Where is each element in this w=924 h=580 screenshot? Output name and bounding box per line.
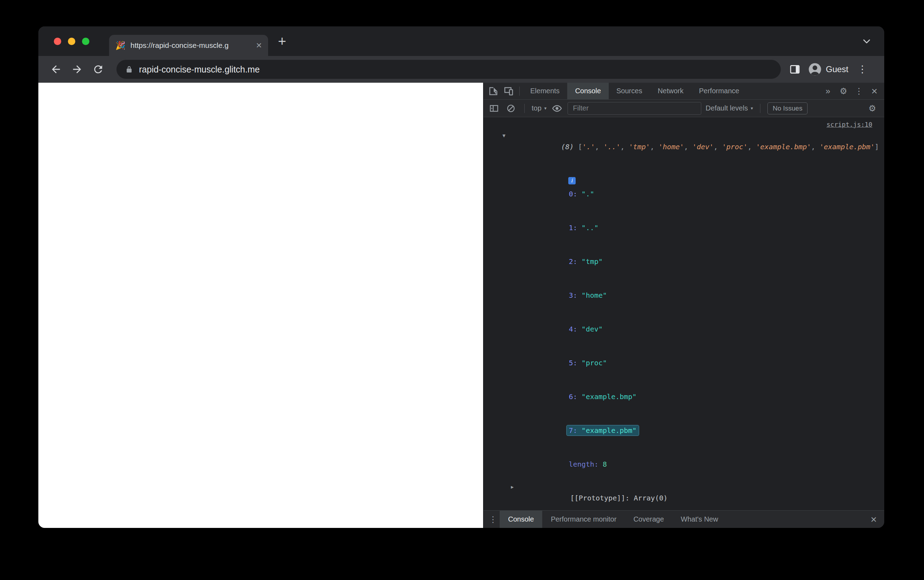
array-entry-row: 5:"proc" <box>483 346 884 380</box>
array-preview-row: ▼(8) ['.', '..', 'tmp', 'home', 'dev', '… <box>483 130 884 164</box>
array-entry-row-selected: 7:"example.pbm" <box>483 414 884 447</box>
devtools-panel: Elements Console Sources Network Perform… <box>483 83 884 528</box>
entry-key: 0: <box>569 190 577 198</box>
entry-value: "example.pbm" <box>582 426 637 435</box>
forward-icon[interactable] <box>69 61 85 78</box>
entry-key: 5: <box>569 359 577 367</box>
evaluated-info-row: i <box>483 165 884 175</box>
new-tab-button[interactable]: + <box>278 34 286 48</box>
entry-value: "." <box>582 190 594 198</box>
caret-down-icon[interactable]: ▼ <box>503 130 505 141</box>
log-levels-dropdown[interactable]: Default levels ▾ <box>705 104 753 112</box>
array-count: (8) <box>561 143 574 151</box>
tab-elements[interactable]: Elements <box>523 83 567 99</box>
entry-value: "tmp" <box>582 257 603 266</box>
drawer-menu-kebab-icon[interactable]: ⋮ <box>486 511 500 528</box>
zoom-window-button[interactable] <box>82 38 89 45</box>
preview-item: '.' <box>582 143 595 151</box>
tab-console[interactable]: Console <box>567 83 608 99</box>
tab-favicon-emoji: 🎉 <box>115 41 126 50</box>
side-panel-icon[interactable] <box>786 61 803 78</box>
drawer-tab-whats-new[interactable]: What's New <box>672 511 727 528</box>
console-output: script.js:10 ▼(8) ['.', '..', 'tmp', 'ho… <box>483 117 884 510</box>
selected-entry-highlight[interactable]: 7:"example.pbm" <box>567 425 639 435</box>
entry-key: 4: <box>569 325 577 333</box>
context-selector-label: top <box>532 104 541 112</box>
profile-name-label: Guest <box>826 64 848 74</box>
clear-console-icon[interactable] <box>505 104 517 113</box>
more-tabs-icon[interactable]: » <box>820 83 836 99</box>
preview-item: '..' <box>603 143 620 151</box>
drawer-tab-performance-monitor[interactable]: Performance monitor <box>542 511 625 528</box>
length-key: length: <box>569 460 598 468</box>
close-window-button[interactable] <box>54 38 61 45</box>
entry-value: "proc" <box>582 359 607 367</box>
devtools-drawer: ⋮ Console Performance monitor Coverage W… <box>483 510 884 528</box>
inspect-element-icon[interactable] <box>485 83 501 99</box>
device-toolbar-icon[interactable] <box>501 83 516 99</box>
source-location-link[interactable]: script.js:10 <box>827 121 872 128</box>
tab-performance[interactable]: Performance <box>691 83 747 99</box>
console-filter-input[interactable] <box>567 102 701 115</box>
content-area: Elements Console Sources Network Perform… <box>38 83 884 528</box>
entry-key: 7: <box>569 426 577 435</box>
entry-value: "home" <box>582 291 607 300</box>
array-entry-row: 0:"." <box>483 177 884 211</box>
bracket-open: [ <box>578 143 582 151</box>
entry-key: 6: <box>569 392 577 401</box>
toolbar-separator <box>520 87 520 96</box>
toolbar-separator <box>524 104 524 113</box>
live-expression-eye-icon[interactable] <box>551 103 563 114</box>
console-settings-gear-icon[interactable]: ⚙ <box>865 104 880 113</box>
browser-menu-kebab-icon[interactable]: ⋮ <box>854 61 871 78</box>
devtools-close-icon[interactable]: × <box>866 83 882 99</box>
array-entry-row: 6:"example.bmp" <box>483 380 884 414</box>
entry-key: 2: <box>569 257 577 266</box>
reload-icon[interactable] <box>90 61 107 78</box>
drawer-tab-console[interactable]: Console <box>500 511 542 528</box>
caret-right-icon[interactable]: ▶ <box>511 481 514 493</box>
prototype-label: [[Prototype]]: <box>571 494 630 502</box>
log-levels-label: Default levels <box>705 104 748 112</box>
array-entry-row: 3:"home" <box>483 278 884 312</box>
entry-value: "dev" <box>582 325 603 333</box>
minimize-window-button[interactable] <box>68 38 75 45</box>
preview-item: 'tmp' <box>629 143 650 151</box>
array-length-row: length:8 <box>483 447 884 481</box>
devtools-tabbar: Elements Console Sources Network Perform… <box>483 83 884 100</box>
entry-value: ".." <box>582 224 598 232</box>
devtools-menu-kebab-icon[interactable]: ⋮ <box>851 83 866 99</box>
array-entry-row: 1:".." <box>483 211 884 245</box>
tab-strip: 🎉 https://rapid-concise-muscle.g × + <box>38 26 884 56</box>
tab-network[interactable]: Network <box>650 83 691 99</box>
bracket-close: ] <box>875 143 879 151</box>
array-entry-row: 4:"dev" <box>483 312 884 346</box>
lock-icon[interactable] <box>125 65 133 74</box>
issues-counter-badge[interactable]: No Issues <box>768 102 807 114</box>
chevron-down-icon: ▾ <box>751 105 753 111</box>
drawer-tab-coverage[interactable]: Coverage <box>625 511 672 528</box>
prototype-row[interactable]: ▶[[Prototype]]:Array(0) <box>483 481 884 510</box>
back-icon[interactable] <box>48 61 64 78</box>
browser-tab[interactable]: 🎉 https://rapid-concise-muscle.g × <box>109 35 268 56</box>
url-text: rapid-concise-muscle.glitch.me <box>139 64 260 75</box>
context-selector[interactable]: top ▾ <box>532 104 546 112</box>
tab-sources[interactable]: Sources <box>609 83 650 99</box>
drawer-close-icon[interactable]: × <box>866 511 881 528</box>
profile-avatar[interactable] <box>807 62 822 77</box>
address-bar[interactable]: rapid-concise-muscle.glitch.me <box>117 60 781 79</box>
preview-item: 'example.pbm' <box>819 143 875 151</box>
tab-close-icon[interactable]: × <box>256 41 262 50</box>
tab-search-chevron-icon[interactable] <box>862 36 871 46</box>
entry-key: 3: <box>569 291 577 300</box>
console-sidebar-icon[interactable] <box>488 104 500 113</box>
page-viewport <box>38 83 483 528</box>
preview-item: 'dev' <box>692 143 714 151</box>
window-controls <box>54 26 89 56</box>
navigation-bar: rapid-concise-muscle.glitch.me <box>38 56 884 83</box>
prototype-value: Array(0) <box>634 494 668 502</box>
devtools-settings-gear-icon[interactable]: ⚙ <box>836 83 851 99</box>
navbar-right-cluster: Guest ⋮ <box>786 61 875 78</box>
console-message: script.js:10 ▼(8) ['.', '..', 'tmp', 'ho… <box>483 117 884 510</box>
preview-item: 'proc' <box>722 143 747 151</box>
